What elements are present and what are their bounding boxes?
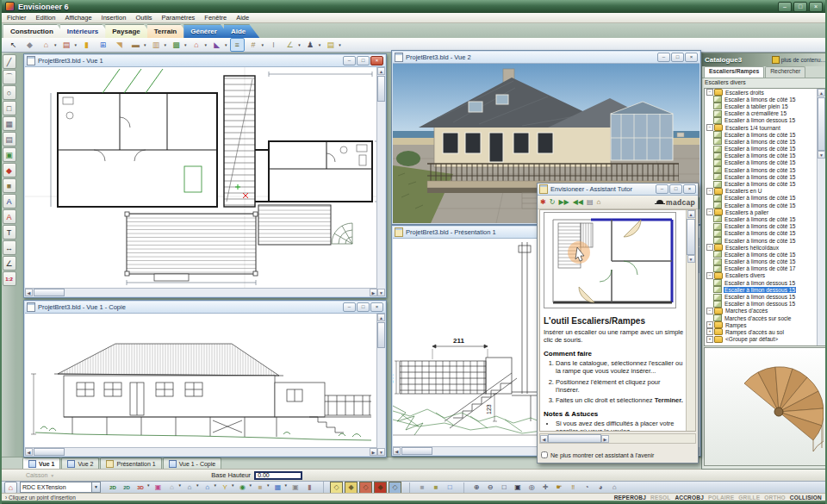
elevation-canvas[interactable]: ▲▼ ◀▶ bbox=[25, 314, 385, 456]
edit-text-tool[interactable]: T bbox=[3, 225, 16, 240]
scroll-left-icon[interactable]: ◀ bbox=[25, 448, 33, 456]
tree-item[interactable]: Escalier à limons de côté 15 bbox=[706, 215, 817, 222]
tutor-horizontal-scrollbar[interactable]: ◀▶ bbox=[539, 433, 696, 444]
menu-affichage[interactable]: Affichage bbox=[65, 14, 91, 22]
minimize-button[interactable]: – bbox=[656, 184, 668, 194]
transparent-mode[interactable]: ◇ bbox=[389, 482, 401, 494]
app-maximize-button[interactable]: □ bbox=[793, 2, 807, 12]
menu-aide[interactable]: Aide bbox=[236, 14, 249, 22]
maximize-button[interactable]: □ bbox=[357, 56, 370, 65]
roof-tool[interactable]: ⌂ bbox=[190, 38, 204, 52]
dropdown-arrow-icon[interactable]: ▾ bbox=[285, 482, 288, 493]
texture-mode[interactable]: ◇ bbox=[359, 482, 372, 494]
minimize-button[interactable]: – bbox=[343, 302, 356, 312]
dropdown-arrow-icon[interactable]: ▾ bbox=[147, 482, 150, 493]
toggle-reperobj[interactable]: REPEROBJ bbox=[614, 495, 646, 501]
tree-folder[interactable]: −Escaliers à palier bbox=[706, 208, 817, 215]
maximize-button[interactable]: □ bbox=[357, 302, 370, 312]
color-blocks-view[interactable]: ▣ bbox=[152, 482, 165, 493]
tree-item[interactable]: Escalier à limons de côté 15 bbox=[706, 223, 817, 230]
tree-item[interactable]: Escalier à limon dessous 15 bbox=[706, 286, 817, 293]
tab-rechercher[interactable]: Rechercher bbox=[765, 66, 805, 78]
scroll-left-icon[interactable]: ◀ bbox=[25, 289, 33, 296]
window-tool[interactable]: ⊞ bbox=[96, 38, 110, 52]
walk-tool[interactable]: ‼ bbox=[567, 482, 579, 493]
scroll-down-icon[interactable]: ▼ bbox=[687, 255, 695, 263]
tutor-content[interactable]: L'outil Escaliers/Rampes Insérer un esca… bbox=[539, 209, 696, 432]
wall-tool[interactable]: ▤ bbox=[59, 38, 74, 52]
menu-edition[interactable]: Edition bbox=[36, 14, 56, 22]
shaded-mode[interactable]: ◆ bbox=[374, 482, 387, 494]
tree-item[interactable]: Escalier à limons de côté 15 bbox=[706, 131, 817, 138]
window-titlebar[interactable]: ProjetBret3.bld - Vue 2 – □ × bbox=[393, 52, 700, 64]
expander-icon[interactable]: − bbox=[706, 188, 713, 195]
scroll-down-icon[interactable]: ▼ bbox=[818, 151, 825, 159]
dropdown-arrow-icon[interactable]: ▾ bbox=[215, 482, 217, 493]
ribbon-tab-interieurs[interactable]: Intérieurs bbox=[60, 24, 112, 38]
hidden-line-mode[interactable]: ◆ bbox=[345, 482, 358, 494]
window-titlebar[interactable]: ProjetBret3.bld - Vue 1 - Copie – □ × bbox=[25, 302, 385, 314]
more-content-link[interactable]: plus de contenu... bbox=[772, 56, 825, 64]
close-topic-icon[interactable]: ✱ bbox=[540, 198, 546, 206]
rectangle-tool[interactable]: □ bbox=[3, 101, 16, 115]
dropdown-arrow-icon[interactable]: ▾ bbox=[267, 482, 270, 493]
export-tool[interactable]: ■ bbox=[3, 178, 16, 193]
tree-item[interactable]: Escalier à limons de côté 15 bbox=[706, 159, 817, 166]
window-titlebar[interactable]: Envisioneer - Assistant Tutor – □ × bbox=[538, 184, 698, 196]
toggle-resol[interactable]: RESOL bbox=[650, 495, 670, 501]
scroll-up-icon[interactable]: ▲ bbox=[818, 89, 825, 96]
toggle-collision[interactable]: COLLISION bbox=[790, 495, 822, 501]
scroll-thumb[interactable] bbox=[377, 322, 385, 348]
scroll-thumb[interactable] bbox=[548, 434, 601, 443]
close-button[interactable]: × bbox=[685, 53, 698, 62]
expander-icon[interactable]: + bbox=[706, 336, 713, 343]
tree-item[interactable]: Escalier à limons de côté 15 bbox=[706, 237, 817, 244]
menu-outils[interactable]: Outils bbox=[135, 14, 152, 22]
scroll-thumb[interactable] bbox=[818, 97, 825, 151]
spin-tool[interactable]: ◕ bbox=[594, 482, 606, 493]
tree-folder[interactable]: +Rampes bbox=[706, 321, 817, 328]
dropdown-arrow-icon[interactable]: ▾ bbox=[339, 42, 341, 47]
tutor-scrollbar[interactable]: ▲ ▼ bbox=[686, 210, 695, 431]
tree-item[interactable]: Escalier à limons de côté 15 bbox=[706, 195, 817, 202]
floor-selector[interactable]: RDC EXTension ▼ bbox=[20, 482, 101, 493]
view-tab-presentation-1[interactable]: Présentation 1 bbox=[100, 457, 161, 469]
app-minimize-button[interactable]: – bbox=[778, 2, 792, 12]
scroll-thumb[interactable] bbox=[687, 219, 695, 255]
scroll-down-icon[interactable]: ▼ bbox=[377, 448, 385, 456]
dont-show-again-checkbox[interactable] bbox=[541, 451, 548, 458]
tree-item[interactable]: Escalier à limons de côté 15 bbox=[706, 173, 817, 180]
zoom-previous-tool[interactable]: ▣ bbox=[512, 482, 524, 493]
scroll-down-icon[interactable]: ▼ bbox=[377, 289, 385, 296]
dropdown-arrow-icon[interactable]: ▾ bbox=[225, 42, 227, 47]
wall-plane-view[interactable]: ■ bbox=[254, 482, 266, 493]
image-tool[interactable]: ▣ bbox=[3, 147, 16, 162]
tree-item[interactable]: Escalier à limons de côté 15 bbox=[706, 152, 817, 159]
tree-item[interactable]: Escalier à tablier plein 15 bbox=[706, 103, 817, 109]
menu-parametres[interactable]: Paramètres bbox=[162, 14, 196, 22]
scroll-thumb[interactable] bbox=[377, 76, 385, 102]
view-tab-vue-1-copie[interactable]: Vue 1 - Copie bbox=[163, 457, 222, 469]
plan-2d-view[interactable]: 2D bbox=[107, 482, 119, 493]
tree-item[interactable]: Escalier à limon dessous 15 bbox=[706, 301, 817, 308]
dropdown-arrow-icon[interactable]: ▾ bbox=[232, 482, 234, 493]
dropdown-arrow-icon[interactable]: ▾ bbox=[184, 42, 187, 47]
maximize-button[interactable]: □ bbox=[671, 53, 684, 62]
wall-blue-mode[interactable]: □ bbox=[444, 482, 456, 493]
zoom-in-tool[interactable]: ⊕ bbox=[470, 482, 482, 493]
toggle-accrobj[interactable]: ACCROBJ bbox=[675, 495, 704, 501]
home-icon[interactable]: ⌂ bbox=[597, 198, 601, 206]
select-tool[interactable]: ↖ bbox=[6, 38, 21, 52]
vertical-scrollbar[interactable]: ▲▼ bbox=[376, 314, 385, 456]
minimize-button[interactable]: – bbox=[343, 56, 356, 65]
scroll-right-icon[interactable]: ▶ bbox=[370, 289, 377, 296]
line-tool[interactable]: ╱ bbox=[3, 54, 16, 69]
zoom-window-tool[interactable]: □ bbox=[498, 482, 510, 493]
minimize-button[interactable]: – bbox=[657, 53, 670, 62]
view-tab-vue-1[interactable]: Vue 1 bbox=[22, 457, 60, 469]
roof-white-view[interactable]: ⌂ bbox=[166, 482, 178, 493]
expander-icon[interactable]: − bbox=[706, 308, 713, 314]
tree-item[interactable]: Escalier à limons de côté 15 bbox=[706, 146, 817, 152]
menu-fichier[interactable]: Fichier bbox=[7, 14, 27, 22]
dropdown-arrow-icon[interactable]: ▾ bbox=[205, 42, 208, 47]
